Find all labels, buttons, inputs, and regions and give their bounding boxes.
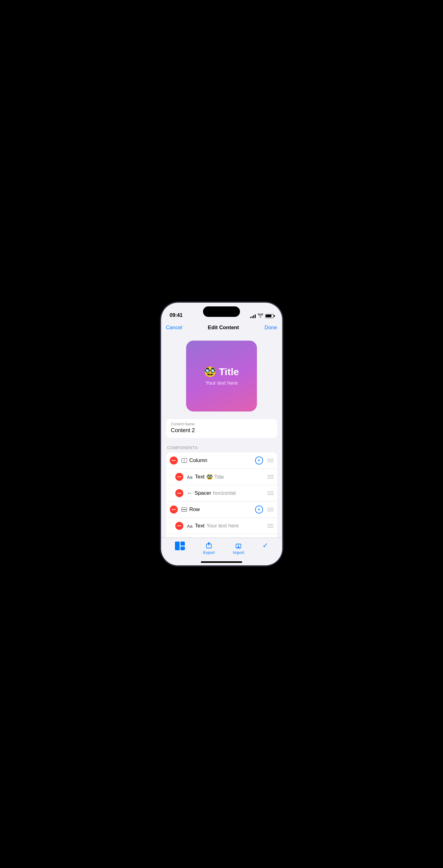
component-row-spacer-horizontal: ↔ Spacer horizontal	[166, 485, 277, 501]
grid-icon	[175, 541, 185, 550]
column-drag-handle[interactable]	[267, 459, 274, 462]
add-to-row-button[interactable]: +	[255, 505, 263, 514]
content-name-value[interactable]: Content 2	[171, 427, 272, 434]
component-row-text-title: Aa Text 🥸 Title	[166, 469, 277, 485]
import-icon	[235, 541, 242, 549]
text-body-drag-handle[interactable]	[267, 524, 274, 528]
home-indicator	[201, 561, 242, 563]
grid-view-button[interactable]	[175, 541, 185, 550]
remove-column-button[interactable]	[170, 457, 178, 465]
remove-text-title-button[interactable]	[175, 473, 183, 481]
row-actions: +	[255, 505, 274, 514]
text-body-type-label: Text	[195, 523, 204, 529]
row-drag-handle[interactable]	[267, 508, 274, 512]
text-title-actions	[267, 475, 274, 479]
nav-bar: Cancel Edit Content Done	[161, 321, 282, 335]
signal-bar-4	[255, 314, 256, 318]
component-row-row: Row +	[166, 501, 277, 518]
status-icons	[250, 313, 274, 318]
spacer-horizontal-actions	[267, 491, 274, 495]
preview-emoji: 🥸	[204, 366, 216, 378]
text-body-actions	[267, 524, 274, 528]
spacer-horizontal-icon: ↔	[187, 490, 192, 496]
preview-card-title: 🥸 Title	[204, 366, 239, 378]
add-to-column-button[interactable]: +	[255, 457, 263, 465]
component-row-text-body: Aa Text Your text here	[166, 518, 277, 534]
import-button[interactable]: Import	[233, 541, 244, 555]
signal-bar-1	[250, 317, 251, 318]
component-row-column: Column +	[166, 453, 277, 469]
preview-subtitle: Your text here	[205, 380, 238, 386]
text-title-sub: 🥸 Title	[207, 474, 224, 480]
content-name-field[interactable]: Content Name Content 2	[166, 419, 277, 438]
text-title-type-label: Text	[195, 474, 204, 480]
signal-bar-3	[253, 315, 254, 318]
remove-text-body-button[interactable]	[175, 522, 183, 530]
column-icon	[182, 458, 187, 463]
column-type-label: Column	[189, 458, 208, 464]
import-label: Import	[233, 550, 244, 555]
dynamic-island	[203, 306, 240, 317]
components-header: COMPONENTS	[166, 445, 277, 450]
text-aa-icon: Aa	[187, 474, 193, 479]
phone-screen: 09:41	[161, 303, 282, 565]
export-icon	[205, 541, 213, 549]
preview-title-text: Title	[219, 366, 239, 378]
export-button[interactable]: Export	[203, 541, 215, 555]
spacer-horizontal-type-label: Spacer	[195, 490, 211, 496]
wifi-icon	[258, 313, 263, 318]
remove-spacer-horizontal-button[interactable]	[175, 489, 183, 497]
signal-icon	[250, 314, 256, 318]
components-section: COMPONENTS Column +	[166, 445, 277, 550]
phone-frame: 09:41	[161, 303, 282, 565]
page-title: Edit Content	[208, 324, 239, 331]
text-body-aa-icon: Aa	[187, 523, 193, 529]
battery-fill	[266, 315, 272, 317]
remove-row-button[interactable]	[170, 505, 178, 514]
text-title-drag-handle[interactable]	[267, 475, 274, 479]
status-time: 09:41	[170, 312, 183, 318]
checkmark-icon: ✓	[262, 541, 268, 550]
text-body-sub: Your text here	[207, 523, 239, 529]
components-list: Column + Aa	[166, 453, 277, 550]
battery-icon	[265, 314, 274, 318]
preview-section: 🥸 Title Your text here	[161, 335, 282, 419]
confirm-button[interactable]: ✓	[262, 541, 268, 550]
row-type-label: Row	[189, 506, 200, 513]
preview-card: 🥸 Title Your text here	[186, 341, 257, 411]
column-actions: +	[255, 457, 274, 465]
content-name-label: Content Name	[171, 422, 272, 426]
cancel-button[interactable]: Cancel	[166, 324, 182, 331]
spacer-horizontal-drag-handle[interactable]	[267, 491, 274, 495]
export-label: Export	[203, 550, 215, 555]
row-icon	[182, 507, 187, 512]
status-bar: 09:41	[161, 303, 282, 321]
scroll-content: 🥸 Title Your text here Content Name Cont…	[161, 335, 282, 565]
done-button[interactable]: Done	[265, 324, 277, 331]
signal-bar-2	[252, 316, 253, 318]
spacer-horizontal-sub: horizontal	[213, 490, 236, 496]
